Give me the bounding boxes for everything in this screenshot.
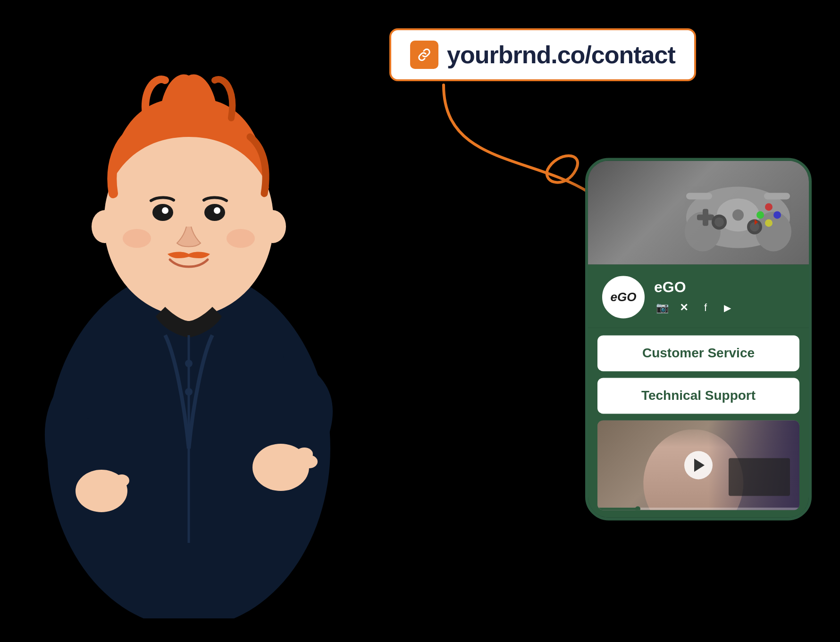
phone-mockup: eGO eGO 📷 ✕ f ▶ Customer Service <box>585 158 812 520</box>
svg-point-30 <box>756 211 764 219</box>
svg-point-16 <box>260 210 286 243</box>
svg-point-18 <box>227 229 255 248</box>
phone-banner <box>588 160 809 264</box>
social-icons-row: 📷 ✕ f ▶ <box>654 300 735 316</box>
play-icon <box>694 458 705 472</box>
svg-point-29 <box>773 211 781 219</box>
url-text: yourbrnd.co/contact <box>447 41 675 69</box>
laptop-shape <box>729 458 790 496</box>
svg-point-14 <box>214 207 220 214</box>
video-thumbnail[interactable] <box>597 420 799 510</box>
svg-point-4 <box>114 474 129 487</box>
brand-avatar: eGO <box>602 276 645 318</box>
svg-point-15 <box>92 210 118 243</box>
svg-rect-37 <box>686 193 712 199</box>
brand-name: eGO <box>654 279 735 296</box>
link-icon <box>416 46 433 63</box>
svg-point-20 <box>185 360 193 367</box>
svg-point-36 <box>732 209 744 220</box>
video-progress-fill <box>597 507 638 510</box>
phone-body: eGO eGO 📷 ✕ f ▶ Customer Service <box>585 158 812 520</box>
technical-support-button[interactable]: Technical Support <box>597 378 799 414</box>
x-twitter-icon[interactable]: ✕ <box>676 300 692 316</box>
profile-section: eGO eGO 📷 ✕ f ▶ <box>588 264 809 328</box>
ego-logo-in-avatar: eGO <box>611 290 637 304</box>
svg-rect-38 <box>764 193 790 199</box>
instagram-icon[interactable]: 📷 <box>654 300 670 316</box>
customer-service-label: Customer Service <box>642 346 755 360</box>
svg-point-13 <box>162 207 168 214</box>
url-badge[interactable]: yourbrnd.co/contact <box>389 28 696 81</box>
phone-content: Customer Service Technical Support <box>588 328 809 517</box>
svg-rect-27 <box>697 214 714 220</box>
svg-point-21 <box>185 388 193 396</box>
link-icon-box <box>410 41 438 69</box>
svg-point-28 <box>765 203 773 211</box>
customer-service-button[interactable]: Customer Service <box>597 335 799 371</box>
technical-support-label: Technical Support <box>641 388 756 403</box>
play-button[interactable] <box>684 451 713 479</box>
youtube-icon[interactable]: ▶ <box>719 300 735 316</box>
game-controller-icon <box>677 170 799 255</box>
video-progress-bar <box>597 507 799 510</box>
svg-point-31 <box>765 219 773 227</box>
video-progress-dot <box>635 506 640 510</box>
facebook-icon[interactable]: f <box>697 300 714 316</box>
svg-point-33 <box>714 217 724 227</box>
profile-info: eGO 📷 ✕ f ▶ <box>654 279 735 316</box>
svg-point-8 <box>301 455 318 468</box>
character-illustration <box>0 0 425 642</box>
main-scene: yourbrnd.co/contact <box>0 0 840 642</box>
character-svg <box>0 24 415 618</box>
controller-background <box>588 160 809 264</box>
svg-point-17 <box>123 229 151 248</box>
